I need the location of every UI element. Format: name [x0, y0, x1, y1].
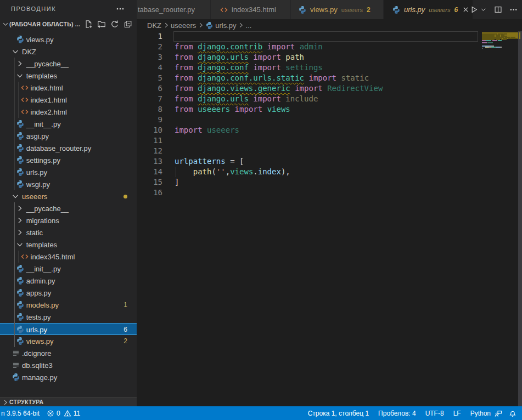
token: static	[341, 73, 369, 82]
status-notifications[interactable]	[509, 410, 517, 417]
tree-item-label: templates	[26, 241, 57, 249]
tree-item-migrations[interactable]: migrations	[0, 214, 137, 226]
tree-item-views.py[interactable]: views.py2	[0, 335, 137, 347]
breadcrumb-item[interactable]: ...	[246, 21, 252, 30]
tree-item-admin.py[interactable]: admin.py	[0, 275, 137, 287]
split-editor-button[interactable]	[493, 4, 502, 15]
python-file-icon	[392, 5, 401, 14]
code-line-8[interactable]: from useeers import views	[175, 104, 290, 115]
editor-actions	[469, 0, 518, 19]
tab-urls.py[interactable]: urls.pyuseeers6	[384, 0, 473, 19]
minimap[interactable]	[482, 31, 518, 406]
line-number: 4	[137, 63, 162, 73]
tab-views.py[interactable]: views.pyuseeers2	[291, 0, 384, 19]
tree-item-useeers[interactable]: useeers	[0, 190, 137, 202]
tab-index345.html[interactable]: index345.html	[211, 0, 291, 19]
chevron-down-icon	[2, 21, 9, 27]
code-line-4[interactable]: from django.conf import settings	[175, 63, 323, 73]
tree-item-DKZ[interactable]: DKZ	[0, 46, 137, 58]
tree-item-__pycache__[interactable]: __pycache__	[0, 202, 137, 214]
workspace-section-header[interactable]: (РАБОЧАЯ ОБЛАСТЬ) ...	[0, 18, 137, 30]
tab-tabase_roouter.py[interactable]: tabase_roouter.py	[137, 0, 211, 19]
tree-item-templates[interactable]: templates	[0, 70, 137, 82]
tree-item-settings.py[interactable]: settings.py	[0, 154, 137, 166]
collapse-all-button[interactable]	[124, 20, 132, 29]
refresh-button[interactable]	[110, 20, 119, 29]
status-feedback[interactable]	[495, 410, 502, 417]
status-problems[interactable]: 011	[47, 410, 80, 417]
code-line-15[interactable]: ]	[175, 177, 179, 188]
chevron-right-icon	[198, 22, 204, 29]
code-line-10[interactable]: import useeers	[175, 125, 239, 135]
tree-item-asgi.py[interactable]: asgi.py	[0, 130, 137, 142]
tree-item-views.py[interactable]: views.py	[0, 33, 137, 46]
breadcrumb-item[interactable]: DKZ	[147, 21, 161, 30]
breadcrumb-item[interactable]: urls.py	[215, 21, 236, 30]
more-actions-button[interactable]	[509, 4, 518, 15]
tree-item-index2.html[interactable]: index2.html	[0, 106, 137, 118]
ellipsis-icon[interactable]	[116, 4, 125, 13]
status-language-mode[interactable]: Python	[470, 410, 491, 417]
chevron-right-icon	[16, 229, 24, 236]
breadcrumb-item[interactable]: useeers	[171, 21, 196, 30]
tree-item-__pycache__[interactable]: __pycache__	[0, 58, 137, 70]
run-python-file-button[interactable]	[469, 4, 479, 15]
tree-item-templates[interactable]: templates	[0, 239, 137, 251]
scrollbar[interactable]	[518, 31, 522, 406]
tree-item-index345.html[interactable]: index345.html	[0, 251, 137, 263]
status-encoding[interactable]: UTF-8	[425, 410, 444, 417]
code-editor[interactable]: 12345678910111213141516 from django.cont…	[137, 31, 522, 406]
token: import	[175, 126, 203, 134]
tree-item-db.sqlite3[interactable]: db.sqlite3	[0, 359, 137, 371]
feedback-icon	[495, 410, 502, 417]
code-line-3[interactable]: from django.urls import path	[175, 52, 304, 63]
tree-item-wsgi.py[interactable]: wsgi.py	[0, 178, 137, 190]
new-folder-button[interactable]	[97, 20, 106, 29]
code-line-2[interactable]: from django.contrib import admin	[175, 42, 323, 52]
python-file-icon	[16, 325, 25, 334]
tree-item-index1.html[interactable]: index1.html	[0, 94, 137, 106]
tree-item-models.py[interactable]: models.py1	[0, 299, 137, 311]
tab-label: tabase_roouter.py	[138, 5, 195, 14]
python-file-icon	[16, 313, 25, 321]
tab-directory-label: useeers	[341, 7, 363, 13]
tree-item-urls.py[interactable]: urls.py6	[0, 323, 137, 335]
line-number: 13	[137, 156, 162, 167]
tree-item-index.html[interactable]: index.html	[0, 82, 137, 94]
code-line-7[interactable]: from django.urls import include	[175, 94, 318, 104]
status-python-interpreter[interactable]: n 3.9.5 64-bit	[1, 410, 40, 417]
code-line-6[interactable]: from django.views.generic import Redirec…	[175, 83, 383, 94]
tree-item-label: database_roouter.py	[26, 144, 92, 152]
python-file-icon	[205, 21, 214, 30]
new-file-button[interactable]	[84, 20, 93, 29]
tree-item-database_roouter.py[interactable]: database_roouter.py	[0, 142, 137, 154]
outline-section-header[interactable]: СТРУКТУРА	[0, 397, 137, 406]
token	[290, 84, 295, 93]
token: from	[175, 105, 198, 113]
tree-item-urls.py[interactable]: urls.py	[0, 166, 137, 178]
tree-item-.dcignore[interactable]: .dcignore	[0, 347, 137, 359]
code-line-5[interactable]: from django.conf.urls.static import stat…	[175, 73, 369, 83]
tree-item-__init__.py[interactable]: __init__.py	[0, 118, 137, 130]
status-eol[interactable]: LF	[453, 410, 461, 417]
tree-item-manage.py[interactable]: manage.py	[0, 371, 137, 383]
tree-item-static[interactable]: static	[0, 226, 137, 239]
tree-item-__init__.py[interactable]: __init__.py	[0, 263, 137, 275]
modified-dot-badge	[124, 195, 127, 198]
bell-icon	[509, 410, 517, 417]
status-indentation[interactable]: Пробелов: 4	[378, 410, 416, 417]
split-editor-icon	[494, 5, 502, 14]
tree-item-apps.py[interactable]: apps.py	[0, 287, 137, 299]
token: from	[175, 53, 198, 61]
current-line-highlight	[173, 31, 478, 42]
close-icon[interactable]	[462, 6, 469, 13]
chevron-right-icon	[16, 205, 24, 212]
code-line-13[interactable]: urlpatterns = [	[175, 156, 244, 167]
code-line-14[interactable]: path('',views.index),	[175, 167, 290, 177]
python-file-icon	[16, 35, 25, 44]
run-dropdown-button[interactable]	[479, 4, 487, 15]
collapse-all-icon	[124, 20, 132, 29]
tree-item-tests.py[interactable]: tests.py	[0, 311, 137, 323]
status-cursor-position[interactable]: Строка 1, столбец 1	[308, 410, 369, 417]
token	[203, 126, 207, 134]
